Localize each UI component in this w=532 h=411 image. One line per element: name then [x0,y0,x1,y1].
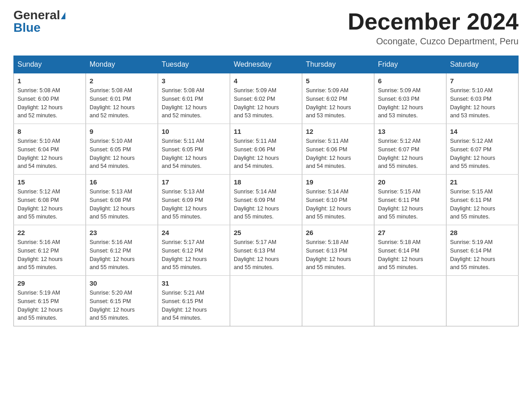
day-info: Sunrise: 5:18 AMSunset: 6:14 PMDaylight:… [378,238,442,272]
calendar-cell: 6Sunrise: 5:09 AMSunset: 6:03 PMDaylight… [374,73,446,124]
day-info: Sunrise: 5:10 AMSunset: 6:05 PMDaylight:… [90,137,154,171]
calendar-cell: 2Sunrise: 5:08 AMSunset: 6:01 PMDaylight… [86,73,158,124]
calendar-week-5: 29Sunrise: 5:19 AMSunset: 6:15 PMDayligh… [14,276,519,326]
day-number: 24 [162,229,226,236]
calendar-cell: 28Sunrise: 5:19 AMSunset: 6:14 PMDayligh… [446,225,519,276]
day-number: 2 [90,77,154,85]
col-header-saturday: Saturday [446,56,519,73]
day-number: 8 [17,128,82,135]
calendar-cell [374,276,446,326]
col-header-wednesday: Wednesday [230,56,302,73]
calendar-cell: 27Sunrise: 5:18 AMSunset: 6:14 PMDayligh… [374,225,446,276]
day-number: 3 [162,77,226,85]
col-header-sunday: Sunday [14,56,86,73]
calendar-cell: 16Sunrise: 5:13 AMSunset: 6:08 PMDayligh… [86,175,158,225]
calendar-cell: 18Sunrise: 5:14 AMSunset: 6:09 PMDayligh… [230,175,302,225]
day-info: Sunrise: 5:09 AMSunset: 6:02 PMDaylight:… [306,86,370,120]
calendar-cell [230,276,302,326]
calendar-cell: 10Sunrise: 5:11 AMSunset: 6:05 PMDayligh… [158,124,230,175]
calendar-week-4: 22Sunrise: 5:16 AMSunset: 6:12 PMDayligh… [14,225,519,276]
day-info: Sunrise: 5:14 AMSunset: 6:10 PMDaylight:… [306,188,370,221]
day-number: 4 [234,77,298,85]
calendar-cell: 31Sunrise: 5:21 AMSunset: 6:15 PMDayligh… [158,276,230,326]
calendar-header-row: SundayMondayTuesdayWednesdayThursdayFrid… [14,56,519,73]
day-number: 12 [306,128,370,135]
day-number: 31 [162,279,226,287]
logo: General Blue [13,9,65,34]
day-number: 9 [90,128,154,135]
day-info: Sunrise: 5:14 AMSunset: 6:09 PMDaylight:… [234,188,298,221]
day-info: Sunrise: 5:12 AMSunset: 6:08 PMDaylight:… [17,188,82,221]
calendar-cell: 15Sunrise: 5:12 AMSunset: 6:08 PMDayligh… [14,175,86,225]
logo-blue-line: Blue [13,21,41,34]
day-info: Sunrise: 5:08 AMSunset: 6:00 PMDaylight:… [17,86,82,120]
calendar-cell: 7Sunrise: 5:10 AMSunset: 6:03 PMDaylight… [446,73,519,124]
calendar-cell: 8Sunrise: 5:10 AMSunset: 6:04 PMDaylight… [14,124,86,175]
day-number: 6 [378,77,442,85]
calendar-cell [302,276,374,326]
day-info: Sunrise: 5:08 AMSunset: 6:01 PMDaylight:… [90,86,154,120]
day-info: Sunrise: 5:18 AMSunset: 6:13 PMDaylight:… [306,238,370,272]
day-number: 29 [17,279,82,287]
calendar-cell: 1Sunrise: 5:08 AMSunset: 6:00 PMDaylight… [14,73,86,124]
day-info: Sunrise: 5:19 AMSunset: 6:15 PMDaylight:… [17,289,82,322]
calendar-cell: 4Sunrise: 5:09 AMSunset: 6:02 PMDaylight… [230,73,302,124]
calendar-cell: 9Sunrise: 5:10 AMSunset: 6:05 PMDaylight… [86,124,158,175]
logo-general-text: General [13,8,60,22]
logo-blue-text: Blue [13,21,41,34]
calendar-cell: 29Sunrise: 5:19 AMSunset: 6:15 PMDayligh… [14,276,86,326]
day-number: 28 [450,229,515,236]
day-info: Sunrise: 5:17 AMSunset: 6:13 PMDaylight:… [234,238,298,272]
day-number: 15 [17,178,82,186]
day-number: 30 [90,279,154,287]
day-info: Sunrise: 5:15 AMSunset: 6:11 PMDaylight:… [450,188,515,221]
calendar-week-2: 8Sunrise: 5:10 AMSunset: 6:04 PMDaylight… [14,124,519,175]
day-info: Sunrise: 5:20 AMSunset: 6:15 PMDaylight:… [90,289,154,322]
calendar-cell: 22Sunrise: 5:16 AMSunset: 6:12 PMDayligh… [14,225,86,276]
day-info: Sunrise: 5:11 AMSunset: 6:06 PMDaylight:… [234,137,298,171]
calendar-cell: 11Sunrise: 5:11 AMSunset: 6:06 PMDayligh… [230,124,302,175]
calendar-cell: 21Sunrise: 5:15 AMSunset: 6:11 PMDayligh… [446,175,519,225]
day-number: 14 [450,128,515,135]
day-number: 20 [378,178,442,186]
calendar-cell: 14Sunrise: 5:12 AMSunset: 6:07 PMDayligh… [446,124,519,175]
calendar-cell: 24Sunrise: 5:17 AMSunset: 6:12 PMDayligh… [158,225,230,276]
calendar-cell: 3Sunrise: 5:08 AMSunset: 6:01 PMDaylight… [158,73,230,124]
day-info: Sunrise: 5:11 AMSunset: 6:06 PMDaylight:… [306,137,370,171]
logo-triangle-icon [61,12,65,19]
calendar-cell: 5Sunrise: 5:09 AMSunset: 6:02 PMDaylight… [302,73,374,124]
day-number: 5 [306,77,370,85]
day-number: 25 [234,229,298,236]
calendar-cell: 30Sunrise: 5:20 AMSunset: 6:15 PMDayligh… [86,276,158,326]
day-info: Sunrise: 5:13 AMSunset: 6:08 PMDaylight:… [90,188,154,221]
day-info: Sunrise: 5:16 AMSunset: 6:12 PMDaylight:… [17,238,82,272]
calendar-cell: 20Sunrise: 5:15 AMSunset: 6:11 PMDayligh… [374,175,446,225]
day-info: Sunrise: 5:19 AMSunset: 6:14 PMDaylight:… [450,238,515,272]
col-header-friday: Friday [374,56,446,73]
month-title: December 2024 [348,9,519,34]
day-info: Sunrise: 5:13 AMSunset: 6:09 PMDaylight:… [162,188,226,221]
day-info: Sunrise: 5:15 AMSunset: 6:11 PMDaylight:… [378,188,442,221]
calendar-cell: 13Sunrise: 5:12 AMSunset: 6:07 PMDayligh… [374,124,446,175]
day-number: 7 [450,77,515,85]
day-info: Sunrise: 5:10 AMSunset: 6:03 PMDaylight:… [450,86,515,120]
day-number: 26 [306,229,370,236]
day-info: Sunrise: 5:21 AMSunset: 6:15 PMDaylight:… [162,289,226,322]
day-info: Sunrise: 5:11 AMSunset: 6:05 PMDaylight:… [162,137,226,171]
calendar-week-3: 15Sunrise: 5:12 AMSunset: 6:08 PMDayligh… [14,175,519,225]
location-subtitle: Ocongate, Cuzco Department, Peru [348,36,519,47]
col-header-monday: Monday [86,56,158,73]
calendar-cell [446,276,519,326]
day-number: 27 [378,229,442,236]
calendar-cell: 12Sunrise: 5:11 AMSunset: 6:06 PMDayligh… [302,124,374,175]
day-number: 10 [162,128,226,135]
day-number: 13 [378,128,442,135]
day-info: Sunrise: 5:08 AMSunset: 6:01 PMDaylight:… [162,86,226,120]
day-info: Sunrise: 5:09 AMSunset: 6:02 PMDaylight:… [234,86,298,120]
calendar-cell: 17Sunrise: 5:13 AMSunset: 6:09 PMDayligh… [158,175,230,225]
calendar-week-1: 1Sunrise: 5:08 AMSunset: 6:00 PMDaylight… [14,73,519,124]
logo-general-line: General [13,9,65,21]
day-number: 23 [90,229,154,236]
day-number: 18 [234,178,298,186]
page-header: General Blue December 2024 Ocongate, Cuz… [13,9,519,47]
